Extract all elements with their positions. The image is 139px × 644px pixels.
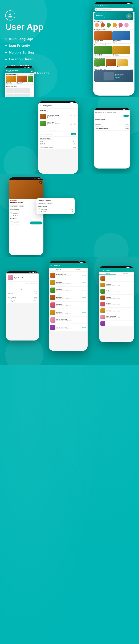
order-item-2[interactable]: Bliss Food Order Placed 12 Nov 2022 | 11… [49, 287, 87, 294]
trending-card-0[interactable]: Fast Food Corner Min: 50 Rs ⭐ 4.5 [94, 31, 112, 44]
time: 5:30 [24, 67, 26, 68]
sauce-radio-red[interactable] [10, 215, 12, 217]
mo-main-2[interactable]: Banana [117, 59, 128, 68]
qty-minus-1[interactable]: - [70, 122, 72, 124]
card-radio-green[interactable] [38, 208, 40, 210]
order2-item-2[interactable]: Bliss Food Order Placed 12 Nov 2022 | 11… [100, 288, 133, 294]
order2-item-1[interactable]: Bliss Food Order Placed 12 Nov 2022 | 11… [100, 282, 133, 288]
qty-dec-btn[interactable]: - [10, 221, 13, 224]
recommended-section: Recommended For You View All Pizza Hut G… [5, 73, 34, 85]
store-info: Store Around You Multiple locations 8.2 … [115, 74, 124, 78]
trending-card-1[interactable]: Mac Grocery Store Min: 50 Rs ⭐ 4.2 [112, 31, 130, 44]
add-to-cart-row: - 1 + Add to cart [10, 221, 42, 224]
order-sub-6: Order Placed 12 Nov 2022 | 11:40 AM [56, 320, 81, 321]
rec-main-1[interactable]: Bliss Food Min: 70, Total: Pr [112, 46, 130, 56]
search-placeholder: Search for restaurant or dish [98, 9, 111, 10]
most-ordered-grid [6, 88, 33, 97]
item-detail-phone: 5:28 ▂▄▆ ⊡ 47% × BEST SELLER Tandoori Ch… [9, 177, 44, 256]
search-bar[interactable]: 🔍 Search for restaurant or dish [94, 8, 133, 11]
total-label: Total Payable Amount [40, 146, 53, 148]
card-radio-red[interactable] [38, 211, 40, 213]
mo-2[interactable] [22, 88, 30, 94]
rec-main-0[interactable]: Everyday Fresh Min: 470, Total: 1200 [94, 46, 112, 56]
stores-view-all[interactable]: 25 Items [130, 69, 133, 70]
qty-plus-0[interactable]: + [74, 115, 76, 118]
back-icon[interactable]: ← [40, 104, 42, 107]
order-date-val: 13 Oct 2022 | 08:49 AM [26, 283, 37, 284]
orders-back-icon[interactable]: ← [50, 264, 52, 267]
mo-3[interactable] [6, 94, 14, 97]
orders-title: My Orders [54, 264, 62, 266]
menu-icon[interactable]: ☰ [31, 70, 33, 72]
add-to-cart-btn[interactable]: Add to cart [30, 222, 42, 224]
order-item-1[interactable]: Bliss Food Order Placed 12 Nov 2022 | 11… [49, 279, 87, 286]
app-header: Food & Restaurants ↑ 11B, Ashish plaza..… [5, 68, 34, 73]
view-all-rec[interactable]: View All [130, 44, 133, 46]
mo-1[interactable] [14, 88, 22, 94]
view-all-trending[interactable]: View All [130, 29, 133, 30]
delivery-row: Delivery Charges Rs. 22 [40, 144, 76, 146]
tab-parcels[interactable]: PARCELS [68, 268, 88, 271]
order2-item-3[interactable]: Bliss Food Order Placed 12 Nov 2022 | 11… [100, 295, 133, 301]
card-tag-half[interactable]: Half - Rs.169 [38, 202, 46, 204]
sauce-radio-green[interactable] [10, 212, 12, 214]
rec-card-2[interactable] [28, 76, 33, 84]
item-hero-img [9, 180, 44, 199]
cat-icecream[interactable]: Ice Cream [124, 23, 129, 28]
order-item-0[interactable]: Fast Food Corner Order Placed 12 Nov 202… [49, 272, 87, 279]
order2-item-0[interactable]: Fast Food Corner Order Placed 12 Nov 202… [100, 276, 133, 282]
view-all-cat[interactable]: View All [130, 21, 133, 22]
mo-5[interactable] [22, 94, 30, 97]
od-service-label: Service Tax [8, 298, 13, 299]
view-all-link[interactable]: View All [30, 74, 33, 75]
cooking-card: Do you want to add any cooking instructi… [39, 128, 77, 132]
qty-plus-1[interactable]: + [74, 122, 76, 124]
store-map-view[interactable]: Store Around You Multiple locations 8.2 … [94, 70, 133, 82]
qty-inc-btn[interactable]: + [16, 221, 19, 224]
order-item-4[interactable]: Bliss Food Order Placed 12 Nov 2022 | 11… [49, 302, 87, 308]
cat-sweets[interactable]: Sweets [118, 23, 123, 28]
apply-coupon-btn-2[interactable]: Apply [123, 115, 129, 117]
tab-orders[interactable]: ORDERS [49, 268, 68, 271]
tag-full[interactable]: Rs.325 [19, 205, 24, 207]
most-ordered-section: Most Ordered Items [5, 85, 34, 97]
card-tag-full[interactable]: Rs.325 [47, 202, 52, 204]
rec-card-0[interactable]: Pizza Hut Gen: 270, 9 Brak [6, 76, 16, 84]
close-btn[interactable]: × [39, 181, 42, 184]
banner-sub: Cantelope White City [96, 16, 105, 18]
order-item-3[interactable]: Bliss Food Order Placed 12 Nov 2022 | 11… [49, 294, 87, 301]
time-main: 5:30 [124, 2, 127, 4]
mo-main-0[interactable]: Subji Turkey [94, 59, 105, 68]
order2-item-6[interactable]: City ice Cream Store Order Placed 12 Nov… [100, 314, 133, 320]
order2-item-7[interactable]: City ice Cream Store Order Placed 12 Nov… [100, 320, 133, 326]
main-menu-icon[interactable]: ☰ [131, 5, 133, 8]
cart-qty-ctrl-0[interactable]: - 1 + [70, 115, 76, 118]
order-item-6[interactable]: City ice Cream Store Order Placed 12 Nov… [49, 316, 87, 324]
subtotal-row: Sub Total Rs 20 [40, 141, 76, 142]
od-total-label: Total Payable Amount [8, 300, 20, 302]
cat-veg[interactable]: Veg [106, 23, 111, 28]
item-detail-screen: 5:28 ▂▄▆ ⊡ 47% × BEST SELLER Tandoori Ch… [9, 177, 44, 256]
order-item-5[interactable]: Bliss Food Order Placed 12 Nov 2022 | 11… [49, 309, 87, 316]
cart-phone-main: 5:28 ▂▄▆ ⊡ 47% ← Manage Cart Your Cart 3… [38, 101, 78, 174]
order2-item-4[interactable]: Bliss Food Order Placed 12 Nov 2022 | 11… [100, 301, 133, 307]
order2-item-5[interactable]: Bliss Food Order Placed 12 Nov 2022 | 11… [100, 308, 133, 314]
cat-fastfood[interactable]: Fast Food [112, 23, 117, 28]
rec-card-1[interactable]: Fast Food Corner Gen: Min, Any [17, 76, 27, 84]
phone-large: 5:30 ▂▄▆ ⊡ 47% Food & Restaurants ↑ 11B,… [93, 2, 134, 96]
cart-qty-ctrl-1[interactable]: - 1 + [70, 122, 76, 124]
promo-banner[interactable]: We Deliver Cantelope White City 🚴 [94, 12, 134, 20]
cat-cakes[interactable]: Cakes [94, 23, 100, 28]
mo-main-1[interactable]: Mia [106, 59, 116, 68]
phone-small-screen: 5:30 ▂▄▆ ⊡ 47% Food & Restaurants ↑ 11B,… [5, 66, 34, 97]
mo-4[interactable] [14, 94, 22, 97]
sauce-green-label: Green Chilli [13, 213, 19, 214]
qty-minus-0[interactable]: - [70, 115, 72, 118]
order-item-7[interactable]: City ice Cream Store Order Placed 12 Nov… [49, 324, 87, 331]
apply-coupon-btn[interactable]: Apply [71, 133, 76, 135]
view-store-btn[interactable]: 8.2 km [115, 77, 120, 78]
header-title: Food & Restaurants [6, 70, 20, 71]
mo-0[interactable] [6, 88, 14, 94]
cat-biryani[interactable]: Biryani [100, 23, 106, 28]
tag-half[interactable]: Half - Rs.169 [10, 205, 18, 207]
